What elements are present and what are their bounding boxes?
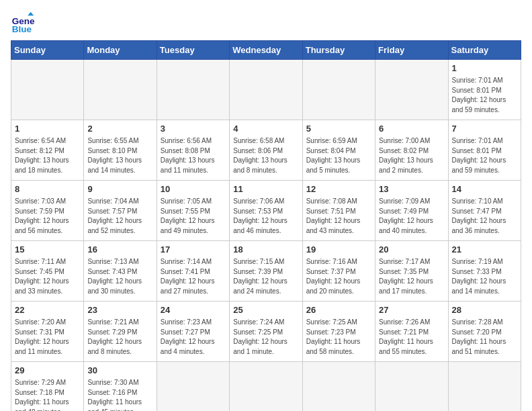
day-number: 2 bbox=[87, 123, 152, 135]
calendar-day-cell: 3Sunrise: 6:56 AMSunset: 8:08 PMDaylight… bbox=[157, 120, 229, 181]
weekday-header-cell: Friday bbox=[375, 41, 448, 60]
day-info: Sunrise: 7:01 AMSunset: 8:01 PMDaylight:… bbox=[452, 136, 517, 175]
day-info: Sunrise: 6:54 AMSunset: 8:12 PMDaylight:… bbox=[15, 136, 80, 175]
calendar-day-cell: 1Sunrise: 6:54 AMSunset: 8:12 PMDaylight… bbox=[11, 120, 84, 181]
day-info: Sunrise: 7:16 AMSunset: 7:37 PMDaylight:… bbox=[306, 257, 371, 296]
calendar-day-cell: 9Sunrise: 7:04 AMSunset: 7:57 PMDaylight… bbox=[84, 181, 157, 241]
logo-icon: General Blue bbox=[11, 11, 35, 35]
calendar-week-row: 15Sunrise: 7:11 AMSunset: 7:45 PMDayligh… bbox=[11, 241, 521, 302]
day-info: Sunrise: 7:29 AMSunset: 7:18 PMDaylight:… bbox=[15, 378, 80, 411]
weekday-header-cell: Sunday bbox=[11, 41, 84, 60]
day-info: Sunrise: 7:13 AMSunset: 7:43 PMDaylight:… bbox=[87, 257, 152, 296]
day-number: 10 bbox=[161, 183, 226, 195]
calendar-day-cell: 7Sunrise: 7:01 AMSunset: 8:01 PMDaylight… bbox=[448, 120, 521, 181]
day-number: 18 bbox=[233, 244, 298, 256]
svg-text:Blue: Blue bbox=[12, 24, 32, 34]
day-info: Sunrise: 7:01 AMSunset: 8:01 PMDaylight:… bbox=[452, 76, 517, 115]
calendar-day-cell: 16Sunrise: 7:13 AMSunset: 7:43 PMDayligh… bbox=[84, 241, 157, 302]
page-header: General Blue bbox=[11, 11, 521, 35]
calendar-week-row: 1Sunrise: 7:01 AMSunset: 8:01 PMDaylight… bbox=[11, 60, 521, 120]
calendar-day-cell: 14Sunrise: 7:10 AMSunset: 7:47 PMDayligh… bbox=[448, 181, 521, 241]
day-number: 9 bbox=[87, 183, 152, 195]
day-info: Sunrise: 7:14 AMSunset: 7:41 PMDaylight:… bbox=[161, 257, 226, 296]
calendar-day-cell: 27Sunrise: 7:26 AMSunset: 7:21 PMDayligh… bbox=[375, 302, 448, 362]
day-number: 27 bbox=[379, 304, 444, 316]
day-info: Sunrise: 7:19 AMSunset: 7:33 PMDaylight:… bbox=[452, 257, 517, 296]
day-info: Sunrise: 7:30 AMSunset: 7:16 PMDaylight:… bbox=[87, 378, 152, 411]
day-number: 23 bbox=[87, 304, 152, 316]
calendar-day-cell: 25Sunrise: 7:24 AMSunset: 7:25 PMDayligh… bbox=[230, 302, 302, 362]
day-number: 1 bbox=[452, 62, 517, 75]
weekday-header-row: SundayMondayTuesdayWednesdayThursdayFrid… bbox=[11, 41, 521, 60]
day-number: 20 bbox=[379, 244, 444, 256]
calendar-day-cell bbox=[157, 60, 229, 120]
calendar-day-cell: 12Sunrise: 7:08 AMSunset: 7:51 PMDayligh… bbox=[302, 181, 375, 241]
day-number: 5 bbox=[306, 123, 371, 135]
day-number: 24 bbox=[161, 304, 226, 316]
calendar-day-cell: 4Sunrise: 6:58 AMSunset: 8:06 PMDaylight… bbox=[230, 120, 302, 181]
day-number: 1 bbox=[15, 123, 80, 135]
day-info: Sunrise: 6:56 AMSunset: 8:08 PMDaylight:… bbox=[161, 136, 226, 175]
calendar-day-cell bbox=[157, 362, 229, 412]
weekday-header-cell: Saturday bbox=[448, 41, 521, 60]
calendar-day-cell bbox=[84, 60, 157, 120]
calendar-day-cell: 15Sunrise: 7:11 AMSunset: 7:45 PMDayligh… bbox=[11, 241, 84, 302]
day-info: Sunrise: 6:58 AMSunset: 8:06 PMDaylight:… bbox=[233, 136, 298, 175]
day-number: 30 bbox=[87, 365, 152, 377]
calendar-week-row: 8Sunrise: 7:03 AMSunset: 7:59 PMDaylight… bbox=[11, 181, 521, 241]
day-info: Sunrise: 6:59 AMSunset: 8:04 PMDaylight:… bbox=[306, 136, 371, 175]
calendar-day-cell bbox=[375, 60, 448, 120]
calendar-day-cell: 21Sunrise: 7:19 AMSunset: 7:33 PMDayligh… bbox=[448, 241, 521, 302]
day-number: 8 bbox=[15, 183, 80, 195]
calendar-body: 1Sunrise: 7:01 AMSunset: 8:01 PMDaylight… bbox=[11, 60, 521, 412]
day-number: 29 bbox=[15, 365, 80, 377]
day-info: Sunrise: 7:21 AMSunset: 7:29 PMDaylight:… bbox=[87, 318, 152, 357]
day-info: Sunrise: 7:25 AMSunset: 7:23 PMDaylight:… bbox=[306, 318, 371, 357]
day-info: Sunrise: 7:17 AMSunset: 7:35 PMDaylight:… bbox=[379, 257, 444, 296]
calendar-day-cell: 28Sunrise: 7:28 AMSunset: 7:20 PMDayligh… bbox=[448, 302, 521, 362]
calendar-day-cell bbox=[230, 60, 302, 120]
day-number: 25 bbox=[233, 304, 298, 316]
day-number: 11 bbox=[233, 183, 298, 195]
weekday-header-cell: Monday bbox=[84, 41, 157, 60]
calendar-day-cell bbox=[11, 60, 84, 120]
day-info: Sunrise: 7:03 AMSunset: 7:59 PMDaylight:… bbox=[15, 197, 80, 236]
day-info: Sunrise: 7:06 AMSunset: 7:53 PMDaylight:… bbox=[233, 197, 298, 236]
calendar-day-cell bbox=[230, 362, 302, 412]
weekday-header-cell: Wednesday bbox=[230, 41, 302, 60]
day-number: 3 bbox=[161, 123, 226, 135]
calendar-week-row: 29Sunrise: 7:29 AMSunset: 7:18 PMDayligh… bbox=[11, 362, 521, 412]
day-info: Sunrise: 7:20 AMSunset: 7:31 PMDaylight:… bbox=[15, 318, 80, 357]
calendar-day-cell: 17Sunrise: 7:14 AMSunset: 7:41 PMDayligh… bbox=[157, 241, 229, 302]
svg-marker-2 bbox=[28, 12, 34, 15]
day-info: Sunrise: 7:26 AMSunset: 7:21 PMDaylight:… bbox=[379, 318, 444, 357]
day-info: Sunrise: 7:11 AMSunset: 7:45 PMDaylight:… bbox=[15, 257, 80, 296]
weekday-header-cell: Tuesday bbox=[157, 41, 229, 60]
calendar-day-cell: 30Sunrise: 7:30 AMSunset: 7:16 PMDayligh… bbox=[84, 362, 157, 412]
day-info: Sunrise: 7:00 AMSunset: 8:02 PMDaylight:… bbox=[379, 136, 444, 175]
day-number: 4 bbox=[233, 123, 298, 135]
day-info: Sunrise: 6:55 AMSunset: 8:10 PMDaylight:… bbox=[87, 136, 152, 175]
calendar-day-cell bbox=[302, 362, 375, 412]
calendar-day-cell: 24Sunrise: 7:23 AMSunset: 7:27 PMDayligh… bbox=[157, 302, 229, 362]
calendar-day-cell: 11Sunrise: 7:06 AMSunset: 7:53 PMDayligh… bbox=[230, 181, 302, 241]
day-number: 22 bbox=[15, 304, 80, 316]
calendar-day-cell: 20Sunrise: 7:17 AMSunset: 7:35 PMDayligh… bbox=[375, 241, 448, 302]
calendar-day-cell: 10Sunrise: 7:05 AMSunset: 7:55 PMDayligh… bbox=[157, 181, 229, 241]
day-info: Sunrise: 7:10 AMSunset: 7:47 PMDaylight:… bbox=[452, 197, 517, 236]
calendar-day-cell: 18Sunrise: 7:15 AMSunset: 7:39 PMDayligh… bbox=[230, 241, 302, 302]
day-number: 21 bbox=[452, 244, 517, 256]
calendar-week-row: 22Sunrise: 7:20 AMSunset: 7:31 PMDayligh… bbox=[11, 302, 521, 362]
day-number: 12 bbox=[306, 183, 371, 195]
day-info: Sunrise: 7:24 AMSunset: 7:25 PMDaylight:… bbox=[233, 318, 298, 357]
day-number: 15 bbox=[15, 244, 80, 256]
day-number: 28 bbox=[452, 304, 517, 316]
day-info: Sunrise: 7:28 AMSunset: 7:20 PMDaylight:… bbox=[452, 318, 517, 357]
calendar-table: SundayMondayTuesdayWednesdayThursdayFrid… bbox=[11, 40, 521, 411]
calendar-day-cell: 22Sunrise: 7:20 AMSunset: 7:31 PMDayligh… bbox=[11, 302, 84, 362]
day-number: 16 bbox=[87, 244, 152, 256]
day-number: 6 bbox=[379, 123, 444, 135]
calendar-day-cell: 23Sunrise: 7:21 AMSunset: 7:29 PMDayligh… bbox=[84, 302, 157, 362]
day-info: Sunrise: 7:08 AMSunset: 7:51 PMDaylight:… bbox=[306, 197, 371, 236]
calendar-day-cell bbox=[302, 60, 375, 120]
